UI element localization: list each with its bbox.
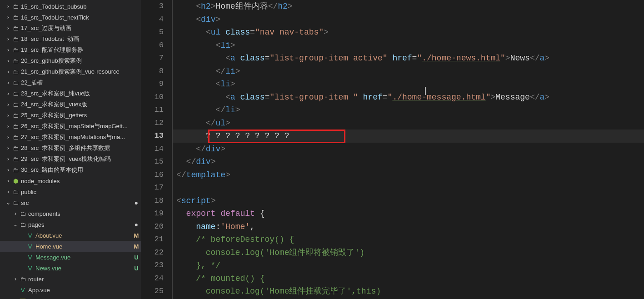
code-line[interactable]: <li>: [173, 39, 644, 52]
tree-item[interactable]: ›🗀25_src_求和案例_getters: [0, 110, 141, 121]
code-line[interactable]: [173, 181, 644, 194]
file-explorer[interactable]: ›🗀15_src_TodoList_pubsub›🗀16_src_TodoLis…: [0, 0, 141, 299]
tree-item[interactable]: ›⬢node_modules: [0, 175, 141, 186]
code-line[interactable]: </li>: [173, 65, 644, 78]
tree-item-label: About.vue: [35, 232, 132, 239]
modified-dot-icon: ●: [135, 199, 141, 206]
line-number: 23: [141, 259, 164, 272]
code-line[interactable]: /* mounted() {: [173, 272, 644, 285]
code-area[interactable]: <h2>Home组件内容</h2> <div> <ul class="nav n…: [173, 0, 644, 299]
line-number: 3: [141, 0, 164, 13]
code-editor[interactable]: 345678910111213141516171819202122232425 …: [141, 0, 644, 299]
line-number: 11: [141, 104, 164, 117]
code-line[interactable]: /* beforeDestroy() {: [173, 233, 644, 246]
tree-item[interactable]: ›🗀19_src_配置代理服务器: [0, 45, 141, 55]
tree-item-label: 17_src_过度与动画: [21, 24, 141, 32]
chevron-icon: ⌄: [12, 221, 19, 228]
code-line[interactable]: <a class="list-group-item active" href="…: [173, 52, 644, 65]
line-number: 25: [141, 285, 164, 298]
code-line[interactable]: name:'Home',: [173, 220, 644, 234]
tree-item[interactable]: VMessage.vueU: [0, 252, 141, 263]
tree-item[interactable]: ›🗀20_src_github搜索案例: [0, 55, 141, 66]
tree-item[interactable]: ›🗀24_src_求和案例_vuex版: [0, 99, 141, 110]
tree-item[interactable]: ›🗀components: [0, 208, 141, 219]
tree-item[interactable]: ›🗀21_src_github搜索案例_vue-resource: [0, 66, 141, 77]
code-line[interactable]: <a class="list-group-item " href="./home…: [173, 91, 644, 104]
chevron-icon: ›: [5, 47, 12, 53]
code-line[interactable]: </div>: [173, 143, 644, 156]
tree-item[interactable]: ›🗀30_src_路由的基本使用: [0, 164, 141, 175]
code-line[interactable]: <h2>Home组件内容</h2>: [173, 0, 644, 13]
code-line[interactable]: console.log('Home组件挂载完毕了',this): [173, 285, 644, 298]
tree-item-label: 26_src_求和案例_mapState与mapGett...: [21, 122, 141, 130]
code-line[interactable]: }, */: [173, 259, 644, 272]
node-icon: ⬢: [12, 178, 19, 184]
git-status-badge: U: [132, 265, 141, 272]
line-number: 4: [141, 13, 164, 26]
tree-item[interactable]: ›🗀27_src_求和案例_mapMutations与ma...: [0, 132, 141, 143]
tree-item[interactable]: ⌄🗀src●: [0, 197, 141, 208]
code-line[interactable]: </template>: [173, 169, 644, 182]
line-number: 7: [141, 52, 164, 65]
tree-item[interactable]: VHome.vueM: [0, 241, 141, 252]
tree-item[interactable]: ›🗀29_src_求和案例_vuex模块化编码: [0, 154, 141, 164]
code-line[interactable]: <script>: [173, 194, 644, 208]
modified-dot-icon: ●: [135, 221, 141, 228]
tree-item[interactable]: ›🗀23_src_求和案例_纯vue版: [0, 88, 141, 99]
chevron-icon: ›: [5, 145, 12, 151]
tree-item[interactable]: VApp.vue: [0, 284, 141, 295]
tree-item[interactable]: ⌄🗀pages●: [0, 219, 141, 230]
folder-icon: 🗀: [12, 69, 19, 75]
code-line[interactable]: </ul>: [173, 117, 644, 130]
tree-item[interactable]: ›🗀public: [0, 186, 141, 197]
folder-icon: 🗀: [12, 36, 19, 43]
line-number: 16: [141, 169, 164, 182]
chevron-icon: ›: [5, 69, 12, 75]
tree-item-label: 16_src_TodoList_nextTick: [21, 14, 141, 21]
line-number: 15: [141, 155, 164, 169]
code-line[interactable]: <ul class="nav nav-tabs">: [173, 26, 644, 39]
tree-item-label: 15_src_TodoList_pubsub: [21, 3, 141, 10]
tree-item[interactable]: ›🗀17_src_过度与动画: [0, 23, 141, 34]
code-line[interactable]: <li>: [173, 78, 644, 91]
line-number: 5: [141, 26, 164, 39]
folder-icon: 🗀: [12, 58, 19, 65]
code-line[interactable]: <div>: [173, 13, 644, 26]
line-number: 21: [141, 233, 164, 246]
chevron-icon: ›: [5, 14, 12, 20]
tree-item[interactable]: ›🗀15_src_TodoList_pubsub: [0, 1, 141, 12]
chevron-icon: ›: [12, 276, 19, 282]
tree-item-label: 25_src_求和案例_getters: [21, 111, 141, 120]
tree-item-label: Message.vue: [35, 254, 132, 261]
line-number: 8: [141, 65, 164, 78]
chevron-icon: ›: [5, 101, 12, 108]
tree-item[interactable]: ›🗀28_src_求和案例_多组件共享数据: [0, 143, 141, 154]
vue-file-icon: V: [26, 265, 34, 272]
folder-icon: 🗀: [12, 47, 19, 54]
line-number: 24: [141, 272, 164, 285]
tree-item-label: 18_src_TodoList_动画: [21, 35, 141, 43]
git-status-badge: U: [132, 254, 141, 261]
folder-icon: 🗀: [19, 276, 26, 283]
folder-icon: 🗀: [12, 199, 19, 206]
vue-file-icon: V: [26, 243, 34, 250]
folder-icon: 🗀: [19, 210, 26, 217]
chevron-icon: ›: [5, 80, 12, 86]
code-line[interactable]: console.log('Home组件即将被销毁了'): [173, 246, 644, 259]
code-line[interactable]: export default {: [173, 207, 644, 220]
folder-icon: 🗀: [12, 3, 19, 10]
tree-item[interactable]: ›🗀18_src_TodoList_动画: [0, 34, 141, 45]
tree-item[interactable]: JSmain.js: [0, 295, 141, 299]
code-line[interactable]: </div>: [173, 155, 644, 169]
tree-item[interactable]: ›🗀16_src_TodoList_nextTick: [0, 12, 141, 23]
chevron-icon: ›: [5, 112, 12, 119]
tree-item[interactable]: ›🗀router: [0, 274, 141, 284]
tree-item[interactable]: VNews.vueU: [0, 263, 141, 274]
code-line[interactable]: </li>: [173, 104, 644, 117]
tree-item-label: 30_src_路由的基本使用: [21, 166, 141, 174]
tree-item-label: 20_src_github搜索案例: [21, 57, 141, 65]
tree-item[interactable]: ›🗀22_插槽: [0, 77, 141, 88]
tree-item[interactable]: ›🗀26_src_求和案例_mapState与mapGett...: [0, 121, 141, 132]
code-line-current[interactable]: ? ? ? ? ? ? ? ? ?: [173, 130, 644, 143]
tree-item[interactable]: VAbout.vueM: [0, 230, 141, 241]
